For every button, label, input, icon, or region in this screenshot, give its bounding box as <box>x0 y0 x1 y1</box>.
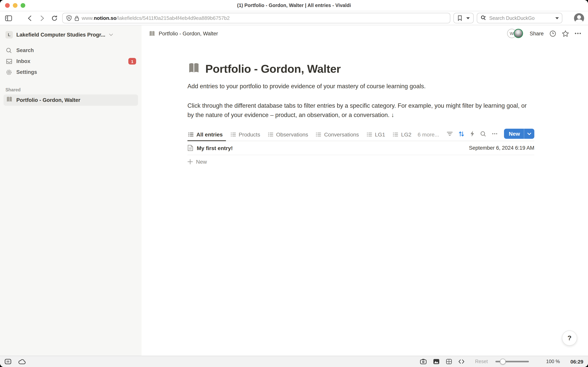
sidebar-item-label: Inbox <box>16 58 125 64</box>
code-icon[interactable] <box>458 359 464 364</box>
list-view-icon <box>230 132 236 137</box>
bookmark-icon[interactable] <box>457 13 462 23</box>
book-icon <box>6 96 13 104</box>
tab-label: All entries <box>196 131 223 137</box>
list-view-icon <box>393 132 398 137</box>
chevron-down-icon[interactable] <box>524 132 534 135</box>
tab-observations[interactable]: Observations <box>265 128 311 141</box>
zoom-slider[interactable] <box>496 361 529 362</box>
workspace-name: Lakefield Computer Studies Progr... <box>16 32 105 38</box>
ellipsis-icon[interactable] <box>492 133 497 134</box>
tab-conversations[interactable]: Conversations <box>313 128 362 141</box>
cloud-icon[interactable] <box>18 359 26 364</box>
search-icon <box>5 47 12 53</box>
clock-time: 06:29 <box>571 359 584 365</box>
image-icon[interactable] <box>433 359 439 364</box>
sidebar-item-label: Settings <box>16 69 136 75</box>
page-paragraph[interactable]: Add entries to your portfolio to provide… <box>187 82 534 91</box>
grid-icon[interactable] <box>446 359 452 364</box>
inbox-icon <box>5 58 12 64</box>
statusbar-right: Reset 100 % 06:29 <box>413 359 583 365</box>
filter-icon[interactable] <box>447 131 453 136</box>
sidebar-item-inbox[interactable]: Inbox 1 <box>3 56 138 67</box>
minimize-button[interactable] <box>13 3 17 8</box>
tab-label: Observations <box>276 131 308 137</box>
sidebar-item-portfolio[interactable]: Portfolio - Gordon, Walter <box>3 94 138 106</box>
shield-icon[interactable] <box>66 13 72 23</box>
slider-knob[interactable] <box>500 359 506 365</box>
collaborator-avatars[interactable]: W <box>507 29 523 38</box>
sort-icon[interactable] <box>459 131 464 137</box>
profile-avatar[interactable] <box>574 13 584 23</box>
list-view-icon <box>188 132 194 137</box>
share-button[interactable]: Share <box>530 31 544 36</box>
address-bar[interactable]: www.notion.so/lakefieldcs/5411f0a215ab4f… <box>62 13 450 23</box>
camera-icon[interactable] <box>420 359 426 364</box>
tab-all-entries[interactable]: All entries <box>187 128 226 141</box>
browser-toolbar: www.notion.so/lakefieldcs/5411f0a215ab4f… <box>0 11 588 25</box>
sidebar-toggle-icon[interactable] <box>4 13 13 23</box>
bookmark-group <box>454 13 474 23</box>
chevron-down-icon <box>109 33 113 36</box>
tab-label: Products <box>239 131 260 137</box>
panel-toggle-icon[interactable] <box>5 359 11 364</box>
add-row-label: New <box>196 158 207 165</box>
page-title[interactable]: Portfolio - Gordon, Walter <box>205 62 341 75</box>
list-view-icon <box>316 132 321 137</box>
search-engine-icon[interactable] <box>480 13 487 23</box>
search-icon[interactable] <box>480 131 486 137</box>
page-content: Portfolio - Gordon, Walter Add entries t… <box>142 42 588 356</box>
star-icon[interactable] <box>562 30 569 37</box>
breadcrumb-label: Portfolio - Gordon, Walter <box>159 31 218 36</box>
browser-search-field[interactable]: Search DuckDuckGo <box>477 13 562 23</box>
new-button-label: New <box>504 131 524 137</box>
table-row[interactable]: My first entry! September 6, 2024 6:19 A… <box>187 141 534 155</box>
database-tabs: All entries Products Observations <box>187 128 442 141</box>
lightning-icon[interactable] <box>470 131 474 137</box>
sidebar-item-search[interactable]: Search <box>3 45 138 56</box>
back-button[interactable] <box>25 13 34 23</box>
bookmark-dropdown-icon[interactable] <box>466 13 470 23</box>
sidebar-item-label: Search <box>16 47 136 53</box>
url-www: www. <box>82 15 94 21</box>
clock-icon[interactable] <box>549 30 556 37</box>
zoom-level: 100 % <box>546 359 560 364</box>
page-paragraph[interactable]: Click through the different database tab… <box>187 101 534 120</box>
forward-button[interactable] <box>37 13 47 23</box>
tab-products[interactable]: Products <box>227 128 263 141</box>
sidebar-item-label: Portfolio - Gordon, Walter <box>16 97 80 103</box>
tab-label: Conversations <box>324 131 359 137</box>
lock-icon <box>74 13 79 23</box>
workspace-switcher[interactable]: L Lakefield Computer Studies Progr... <box>3 29 138 41</box>
collaborator-avatar-photo <box>514 29 523 38</box>
reset-button[interactable]: Reset <box>475 359 488 364</box>
plus-icon <box>187 159 193 164</box>
url-domain: notion.so <box>94 15 117 21</box>
tab-label: LG1 <box>375 131 385 137</box>
status-bar: Reset 100 % 06:29 <box>0 356 588 367</box>
new-entry-button[interactable]: New <box>504 129 534 139</box>
workspace-avatar: L <box>5 31 13 38</box>
breadcrumb[interactable]: Portfolio - Gordon, Walter <box>149 30 218 37</box>
help-button[interactable]: ? <box>562 330 577 346</box>
url-text[interactable]: www.notion.so/lakefieldcs/5411f0a215ab4f… <box>82 15 230 21</box>
close-button[interactable] <box>5 3 10 8</box>
tab-lg1[interactable]: LG1 <box>364 128 388 141</box>
avatar-body-shape <box>575 19 583 23</box>
database-toolbar: New <box>447 129 534 141</box>
tab-lg2[interactable]: LG2 <box>390 128 415 141</box>
book-icon[interactable] <box>187 62 200 76</box>
entry-date[interactable]: September 6, 2024 6:19 AM <box>469 145 534 151</box>
ellipsis-icon[interactable] <box>575 33 581 34</box>
zoom-button[interactable] <box>21 3 25 8</box>
sidebar-item-settings[interactable]: Settings <box>3 67 138 77</box>
search-dropdown-icon[interactable] <box>555 13 559 23</box>
book-icon <box>149 30 156 37</box>
notion-sidebar: L Lakefield Computer Studies Progr... Se… <box>0 25 142 356</box>
window-titlebar: (1) Portfolio - Gordon, Walter | All ent… <box>0 0 588 11</box>
tab-more[interactable]: 6 more... <box>416 128 442 141</box>
reload-button[interactable] <box>50 13 59 23</box>
entry-title[interactable]: My first entry! <box>197 145 233 151</box>
statusbar-left <box>5 359 26 364</box>
add-row-button[interactable]: New <box>187 155 534 168</box>
